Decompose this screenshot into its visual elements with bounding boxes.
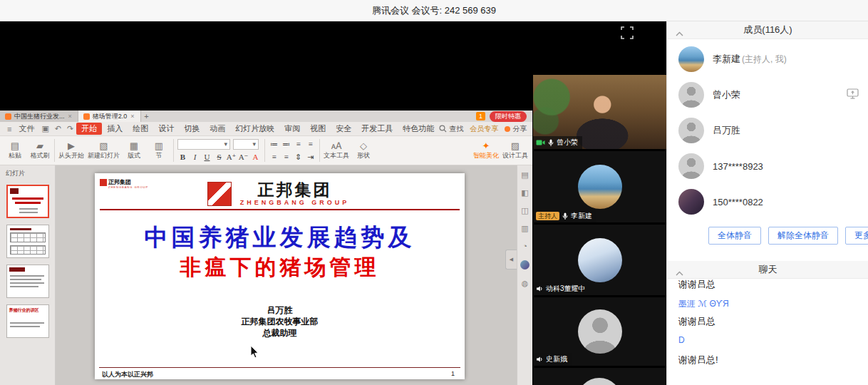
slide-title-line1: 中国养猪业发展趋势及 xyxy=(95,222,465,254)
bold-button[interactable]: B xyxy=(177,152,188,163)
new-tab-button[interactable]: + xyxy=(141,112,153,120)
resource-icon[interactable]: ◧ xyxy=(521,189,528,197)
close-icon[interactable]: × xyxy=(68,113,73,120)
shapes-button[interactable]: ◇ 形状 xyxy=(353,138,374,164)
align-center-icon[interactable]: ≡ xyxy=(305,139,316,150)
members-header: 成员(116人) xyxy=(667,21,868,39)
collapse-chat-button[interactable] xyxy=(676,267,683,278)
underline-button[interactable]: U xyxy=(202,152,212,163)
avatar xyxy=(578,309,622,354)
member-row[interactable]: 吕万胜 xyxy=(667,113,868,148)
ribbon-tab-transition[interactable]: 切换 xyxy=(179,123,205,135)
notification-badge[interactable]: 1 xyxy=(476,112,485,120)
unmute-all-button[interactable]: 解除全体静音 xyxy=(768,227,838,245)
section-button[interactable]: ▥ 节 xyxy=(148,138,170,164)
align-right-icon[interactable]: ≡ xyxy=(269,152,279,163)
strikethrough-button[interactable]: S xyxy=(214,152,224,163)
save-icon[interactable]: ▣ xyxy=(38,124,51,133)
properties-icon[interactable]: ▤ xyxy=(521,171,528,179)
slide-thumbnail-1[interactable] xyxy=(6,185,49,218)
mute-all-button[interactable]: 全体静音 xyxy=(708,227,761,245)
chart-icon[interactable]: ◫ xyxy=(521,207,528,215)
slide: 正邦集团 ZHENGBANG GROUP 正邦集团 ZHENGBANG GROU… xyxy=(95,173,465,379)
collapse-members-button[interactable] xyxy=(676,28,683,38)
members-title: 成员(116人) xyxy=(743,24,792,36)
member-row[interactable]: 137****8923 xyxy=(667,148,868,184)
align-left-icon[interactable]: ≡ xyxy=(293,139,304,150)
mic-icon xyxy=(548,139,554,147)
hamburger-menu-icon[interactable]: ≡ xyxy=(4,125,14,133)
clock-icon[interactable]: ◔ xyxy=(522,242,527,250)
font-name-select[interactable]: ▾ xyxy=(177,139,230,150)
font-color-button[interactable]: A xyxy=(250,152,261,163)
video-tile-lixinjian[interactable]: 主持人 李新建 xyxy=(533,151,666,222)
video-name-label: 主持人 李新建 xyxy=(533,210,596,222)
fullscreen-button[interactable] xyxy=(619,24,636,41)
chevron-up-icon xyxy=(676,31,683,36)
video-tile-partial[interactable] xyxy=(533,368,666,385)
justify-icon[interactable]: ≡ xyxy=(281,152,291,163)
font-shrink-button[interactable]: A⁻ xyxy=(238,152,249,163)
indent-icon[interactable]: ⇥ xyxy=(305,152,316,163)
redo-icon[interactable]: ↷ xyxy=(64,124,76,133)
ribbon-tab-devtools[interactable]: 开发工具 xyxy=(356,123,398,135)
ribbon-tab-review[interactable]: 审阅 xyxy=(279,123,305,135)
line-spacing-icon[interactable]: ⇕ xyxy=(293,152,304,163)
undo-icon[interactable]: ↶ xyxy=(52,124,64,133)
slide-thumbnail-4[interactable]: 养猪行业的误区 xyxy=(6,304,49,338)
slide-thumbnail-2[interactable] xyxy=(6,225,49,258)
collapse-panel-handle[interactable]: ◀ xyxy=(505,250,517,270)
ribbon-tab-design[interactable]: 设计 xyxy=(153,123,179,135)
ribbon-tab-features[interactable]: 特色功能 xyxy=(398,123,439,135)
video-name-label: 动科3董耀中 xyxy=(533,282,590,295)
slide-page-number: 1 xyxy=(451,370,455,377)
ribbon-tab-animation[interactable]: 动画 xyxy=(205,123,230,135)
play-from-start-button[interactable]: ▶ 从头开始 xyxy=(58,138,84,164)
slide-author-block: 吕万胜 正邦集团农牧事业部 总裁助理 xyxy=(95,304,465,339)
search-icon xyxy=(439,125,447,133)
paste-button[interactable]: ▤ 粘贴 xyxy=(4,138,26,164)
account-avatar[interactable] xyxy=(520,260,529,270)
template-icon[interactable]: ▥ xyxy=(521,225,528,232)
doc-tab-2[interactable]: 猪场管理2.0 × xyxy=(78,111,141,122)
find-button[interactable]: 查找 xyxy=(439,124,463,134)
beautify-button[interactable]: ✦ 智能美化 xyxy=(473,138,499,164)
layout-button[interactable]: ▦ 版式 xyxy=(123,138,145,164)
share-button[interactable]: 分享 xyxy=(505,124,527,134)
slide-divider-line xyxy=(100,209,460,210)
slide-thumbnail-3[interactable] xyxy=(6,265,49,298)
ribbon-tab-view[interactable]: 视图 xyxy=(305,123,331,135)
logo-mark-icon xyxy=(207,182,232,206)
ribbon-tab-home[interactable]: 开始 xyxy=(76,123,102,135)
ribbon-tab-insert[interactable]: 插入 xyxy=(102,123,128,135)
video-tile-zengxiaorong[interactable]: 曾小荣 xyxy=(533,75,666,149)
member-row[interactable]: 150****0822 xyxy=(667,184,868,220)
vip-button[interactable]: 会员专享 xyxy=(470,124,498,134)
font-size-select[interactable]: ▾ xyxy=(233,139,259,150)
help-icon[interactable]: ◍ xyxy=(522,279,529,287)
member-row[interactable]: 李新建 (主持人, 我) xyxy=(667,41,868,77)
member-row[interactable]: 曾小荣 xyxy=(667,77,868,113)
doc-tab-1[interactable]: 中国生猪行业发... × xyxy=(0,111,78,122)
bullets-icon[interactable]: ≔ xyxy=(269,139,279,150)
text-tools-button[interactable]: 🗚 文本工具 xyxy=(324,138,349,164)
file-menu[interactable]: 文件 xyxy=(14,123,38,134)
ribbon-tab-slideshow[interactable]: 幻灯片放映 xyxy=(230,123,279,135)
ribbon-tab-draw[interactable]: 绘图 xyxy=(128,123,153,135)
design-tools-icon: ▨ xyxy=(511,140,520,151)
more-button[interactable]: 更多 xyxy=(845,227,868,245)
font-grow-button[interactable]: A⁺ xyxy=(226,152,237,163)
promo-button[interactable]: 限时特惠 xyxy=(490,111,527,122)
numbering-icon[interactable]: ≕ xyxy=(281,139,291,150)
ribbon-tab-security[interactable]: 安全 xyxy=(331,123,356,135)
format-painter-button[interactable]: ▰ 格式刷 xyxy=(29,138,51,164)
ppt-toolbar: ▤ 粘贴 ▰ 格式刷 ▶ 从头开始 ▧ 新建幻灯片 ▦ 版 xyxy=(0,136,532,165)
slides-panel-tab[interactable]: 幻灯片 xyxy=(0,168,55,180)
close-icon[interactable]: × xyxy=(130,113,135,120)
new-slide-button[interactable]: ▧ 新建幻灯片 xyxy=(88,138,120,164)
design-tools-button[interactable]: ▨ 设计工具 xyxy=(502,138,528,164)
italic-button[interactable]: I xyxy=(190,152,200,163)
meeting-window: 腾讯会议 会议号: 242 569 639 中国生猪行业发... × 猪场管理2… xyxy=(0,0,868,385)
video-tile-dongyaozhong[interactable]: 动科3董耀中 xyxy=(533,225,666,295)
video-tile-shixine[interactable]: 史新娥 xyxy=(533,297,666,366)
